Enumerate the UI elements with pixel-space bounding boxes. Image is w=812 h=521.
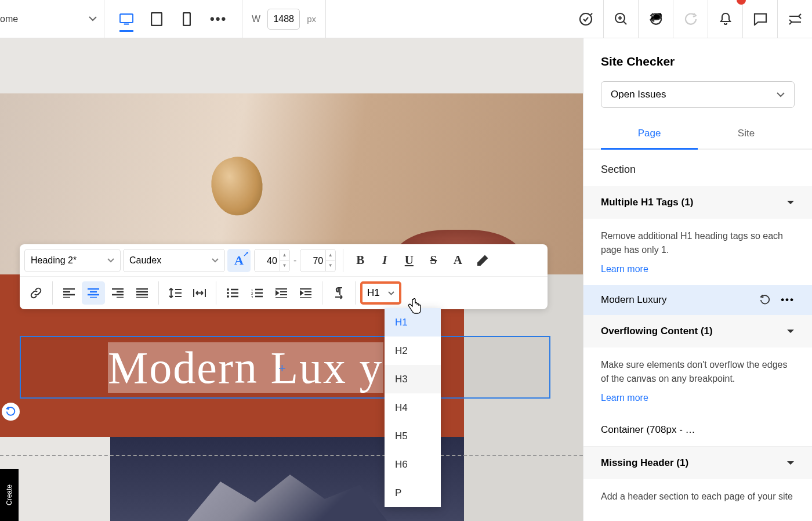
heading-option-h4[interactable]: H4 [385, 393, 441, 422]
learn-more-link[interactable]: Learn more [583, 389, 812, 414]
cursor-pointer-icon [407, 298, 422, 316]
stepper-down-icon[interactable]: ▼ [280, 260, 289, 271]
link-icon[interactable] [24, 281, 48, 305]
page-selector[interactable]: ome [0, 0, 104, 38]
align-center-icon[interactable] [82, 281, 105, 305]
issue-item-container[interactable]: Container (708px - … [583, 414, 812, 447]
heading-option-p[interactable]: P [385, 479, 441, 507]
issue-description: Remove additional H1 heading tags so eac… [583, 219, 812, 260]
bullet-list-icon[interactable] [221, 281, 244, 305]
redo-icon[interactable] [673, 0, 708, 38]
svg-rect-1 [151, 13, 162, 26]
width-input[interactable] [267, 9, 300, 30]
issues-filter-select[interactable]: Open Issues [601, 81, 795, 108]
issue-description: Make sure elements don't overflow the ed… [583, 348, 812, 389]
svg-point-3 [580, 13, 592, 25]
mobile-icon[interactable] [180, 13, 194, 26]
canvas-width-group: W px [242, 0, 326, 38]
heading-option-h6[interactable]: H6 [385, 450, 441, 479]
italic-button[interactable]: I [374, 249, 396, 272]
caret-down-icon [786, 200, 795, 205]
panel-title: Site Checker [583, 38, 812, 81]
page-name: ome [0, 14, 18, 24]
zoom-icon[interactable] [603, 0, 638, 38]
notifications-icon[interactable] [708, 0, 742, 38]
font-family-select[interactable]: Caudex [123, 249, 225, 272]
numbered-list-icon[interactable]: 123 [245, 281, 269, 305]
issue-description: Add a header section to each page of you… [583, 479, 812, 507]
strike-button[interactable]: S [422, 249, 444, 272]
issue-missing-header-header[interactable]: Missing Header (1) [583, 447, 812, 479]
caret-down-icon [786, 329, 795, 334]
svg-text:3: 3 [251, 295, 253, 298]
align-justify-icon[interactable] [130, 281, 154, 305]
chevron-down-icon [388, 291, 394, 295]
text-direction-icon[interactable] [327, 281, 350, 305]
revert-icon[interactable] [760, 295, 770, 305]
heading-text[interactable]: Modern Lux y [108, 342, 383, 394]
font-size-max-input[interactable]: 70 ▲▼ [300, 249, 336, 272]
svg-point-6 [227, 292, 229, 294]
device-breakpoints: ••• [104, 0, 242, 38]
svg-rect-2 [183, 13, 190, 26]
issue-item-modern-luxury[interactable]: Modern Luxury ••• [583, 285, 812, 315]
stepper-down-icon[interactable]: ▼ [325, 260, 335, 271]
heading-tag-select[interactable]: H1 [360, 281, 401, 305]
issue-multiple-h1-header[interactable]: Multiple H1 Tags (1) [583, 186, 812, 219]
text-formatting-toolbar: Heading 2* Caudex A 40 ▲▼ - 70 ▲▼ B I U … [20, 244, 548, 309]
letter-spacing-icon[interactable] [188, 281, 211, 305]
align-left-icon[interactable] [57, 281, 81, 305]
heading-option-h2[interactable]: H2 [385, 337, 441, 365]
svg-point-5 [227, 288, 229, 291]
svg-point-7 [227, 295, 229, 298]
revert-button[interactable] [2, 403, 20, 421]
desktop-icon[interactable] [119, 6, 133, 32]
stepper-up-icon[interactable]: ▲ [280, 250, 289, 261]
align-right-icon[interactable] [106, 281, 129, 305]
heading-tag-dropdown: H1 H2 H3 H4 H5 H6 P [385, 308, 441, 507]
underline-button[interactable]: U [398, 249, 420, 272]
settings-toggle-icon[interactable] [777, 0, 812, 38]
revert-icon [6, 407, 16, 417]
learn-more-link[interactable]: Learn more [583, 260, 812, 285]
font-size-input[interactable]: 40 ▲▼ [254, 249, 290, 272]
text-style-select[interactable]: Heading 2* [24, 249, 121, 272]
chevron-down-icon [777, 92, 785, 97]
tablet-icon[interactable] [150, 13, 164, 26]
line-height-icon[interactable] [164, 281, 187, 305]
issue-overflow-header[interactable]: Overflowing Content (1) [583, 315, 812, 348]
tab-page[interactable]: Page [601, 118, 698, 149]
edit-icon[interactable] [471, 249, 494, 272]
undo-icon[interactable] [638, 0, 673, 38]
section-label: Section [583, 150, 812, 186]
width-label: W [252, 14, 260, 24]
stepper-up-icon[interactable]: ▲ [325, 250, 335, 261]
heading-option-h3[interactable]: H3 [385, 365, 441, 393]
tab-site[interactable]: Site [698, 118, 795, 149]
outdent-icon[interactable] [270, 281, 293, 305]
indent-icon[interactable] [294, 281, 317, 305]
text-color-button[interactable]: A [227, 249, 251, 272]
bold-button[interactable]: B [349, 249, 371, 272]
more-actions-icon[interactable]: ••• [781, 294, 795, 306]
caret-down-icon [786, 461, 795, 466]
chevron-down-icon [89, 16, 97, 21]
more-breakpoints-icon[interactable]: ••• [210, 12, 227, 27]
right-tool-group [568, 0, 812, 38]
cursor-plus-marker: + [278, 361, 286, 376]
comments-icon[interactable] [742, 0, 777, 38]
section-divider-dashed [0, 455, 583, 456]
chevron-down-icon [212, 258, 219, 263]
width-unit: px [307, 14, 316, 24]
font-style-button[interactable]: A [447, 249, 469, 272]
svg-rect-0 [120, 14, 133, 23]
chevron-down-icon [107, 258, 114, 263]
checker-tabs: Page Site [583, 118, 812, 150]
check-icon[interactable] [568, 0, 603, 38]
top-toolbar: ome ••• W px [0, 0, 812, 38]
heading-option-h5[interactable]: H5 [385, 422, 441, 450]
site-checker-panel: Site Checker Open Issues Page Site Secti… [583, 38, 812, 521]
create-tab[interactable]: Create [0, 469, 19, 521]
range-dash: - [293, 255, 296, 266]
